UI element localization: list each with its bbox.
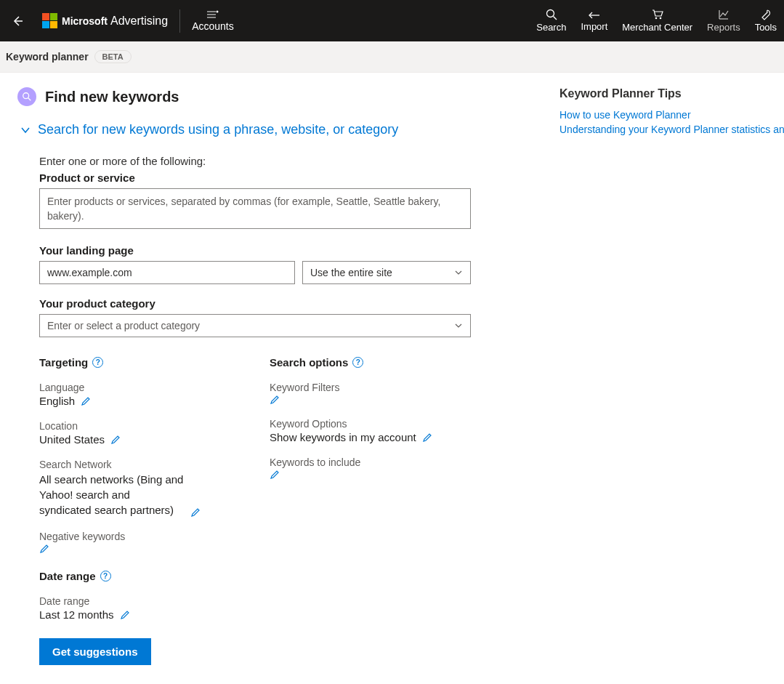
microsoft-logo-icon <box>42 13 57 28</box>
beta-badge: BETA <box>94 50 132 63</box>
chevron-down-icon <box>20 125 31 135</box>
pencil-icon <box>39 544 49 554</box>
main-content: Find new keywords Search for new keyword… <box>0 73 552 680</box>
nav-import[interactable]: Import <box>581 9 607 32</box>
site-scope-select[interactable]: Use the entire site <box>302 261 471 284</box>
language-label: Language <box>39 382 241 393</box>
landing-label: Your landing page <box>39 244 471 257</box>
get-suggestions-button[interactable]: Get suggestions <box>39 638 151 665</box>
nav-reports[interactable]: Reports <box>707 9 740 33</box>
category-placeholder: Enter or select a product category <box>47 320 200 331</box>
location-label: Location <box>39 420 241 432</box>
category-select[interactable]: Enter or select a product category <box>39 314 471 337</box>
accounts-menu[interactable]: Accounts <box>192 10 234 32</box>
import-icon <box>588 9 601 20</box>
date-range-heading: Date range ? <box>39 570 241 582</box>
arrow-left-icon <box>12 15 23 27</box>
pencil-icon <box>422 432 432 443</box>
nav-merchant-center[interactable]: Merchant Center <box>622 9 692 33</box>
intro-text: Enter one or more of the following: <box>39 155 471 167</box>
tips-heading: Keyword Planner Tips <box>559 87 784 100</box>
site-scope-value: Use the entire site <box>310 267 392 278</box>
edit-language[interactable] <box>81 396 91 406</box>
targeting-heading: Targeting ? <box>39 356 241 369</box>
cart-icon <box>652 9 663 20</box>
edit-network[interactable] <box>190 507 201 518</box>
tips-link-statistics[interactable]: Understanding your Keyword Planner stati… <box>559 124 784 135</box>
edit-negative-keywords[interactable] <box>39 544 49 554</box>
tips-link-how-to[interactable]: How to use Keyword Planner <box>559 109 784 121</box>
svg-point-8 <box>655 17 657 20</box>
product-label: Product or service <box>39 172 471 184</box>
svg-line-11 <box>28 98 31 101</box>
landing-page-input[interactable] <box>39 261 295 284</box>
network-value: All search networks (Bing and Yahoo! sea… <box>39 472 185 518</box>
keyword-options-label: Keyword Options <box>270 418 471 430</box>
pencil-icon <box>110 435 121 445</box>
search-options-heading: Search options ? <box>270 356 471 369</box>
brand-microsoft: Microsoft <box>62 15 108 27</box>
svg-point-5 <box>546 10 554 17</box>
language-value: English <box>39 395 75 407</box>
tips-panel: Keyword Planner Tips How to use Keyword … <box>552 73 784 138</box>
negative-label: Negative keywords <box>39 531 241 542</box>
chevron-down-icon <box>454 321 463 330</box>
back-button[interactable] <box>0 15 35 27</box>
edit-location[interactable] <box>110 435 121 445</box>
keywords-include-label: Keywords to include <box>270 456 471 468</box>
edit-keyword-filters[interactable] <box>270 395 280 405</box>
search-icon <box>546 9 557 20</box>
date-range-value: Last 12 months <box>39 608 114 621</box>
svg-line-6 <box>553 17 557 20</box>
edit-keywords-include[interactable] <box>270 470 280 480</box>
nav-tools[interactable]: Tools <box>755 9 777 33</box>
accordion-title: Search for new keywords using a phrase, … <box>38 122 398 137</box>
pencil-icon <box>81 396 91 406</box>
section-heading: Find new keywords <box>45 89 179 105</box>
keyword-filters-label: Keyword Filters <box>270 382 471 393</box>
chevron-down-icon <box>454 268 463 277</box>
top-nav: Search Import Merchant Center Reports To… <box>536 9 777 33</box>
pencil-icon <box>120 610 130 620</box>
sub-bar: Keyword planner BETA <box>0 41 784 73</box>
accordion-toggle[interactable]: Search for new keywords using a phrase, … <box>20 122 535 137</box>
pencil-icon <box>270 470 280 480</box>
brand[interactable]: Microsoft Advertising <box>42 13 168 28</box>
network-label: Search Network <box>39 459 241 470</box>
accounts-icon <box>207 10 219 19</box>
help-icon[interactable]: ? <box>92 357 103 368</box>
top-bar: Microsoft Advertising Accounts Search Im… <box>0 0 784 41</box>
nav-search[interactable]: Search <box>536 9 566 33</box>
category-label: Your product category <box>39 297 471 310</box>
magnifier-icon <box>22 92 32 102</box>
svg-point-10 <box>23 93 29 99</box>
help-icon[interactable]: ? <box>352 357 363 368</box>
location-value: United States <box>39 433 105 446</box>
pencil-icon <box>270 395 280 405</box>
divider <box>179 9 180 33</box>
pencil-icon <box>190 507 201 518</box>
keyword-options-value: Show keywords in my account <box>270 431 416 443</box>
edit-date-range[interactable] <box>120 610 130 620</box>
svg-point-9 <box>659 17 661 20</box>
wrench-icon <box>760 9 772 20</box>
help-icon[interactable]: ? <box>100 571 111 582</box>
accounts-label: Accounts <box>192 20 234 32</box>
find-keywords-icon <box>17 87 36 106</box>
edit-keyword-options[interactable] <box>422 432 432 443</box>
date-range-label: Date range <box>39 595 241 607</box>
chart-icon <box>718 9 730 20</box>
product-input[interactable] <box>39 188 471 229</box>
svg-point-4 <box>216 10 218 12</box>
brand-advertising: Advertising <box>110 15 168 28</box>
page-title: Keyword planner <box>6 51 89 63</box>
